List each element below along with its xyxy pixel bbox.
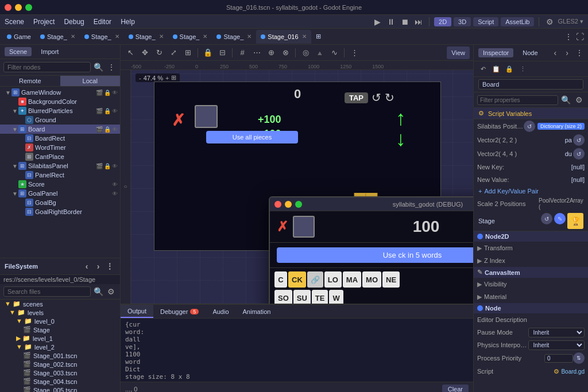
tab-close-stage4[interactable]: ✕ xyxy=(203,33,207,40)
stage-edit-icon[interactable]: ✎ xyxy=(554,213,566,224)
debug-min-btn[interactable] xyxy=(285,201,292,208)
tree-item-bgcolor[interactable]: ■ BackgroundColor xyxy=(0,97,120,106)
tree-arrow-gamewindow[interactable]: ▼ xyxy=(5,90,11,96)
scene-tab[interactable]: Scene xyxy=(5,47,32,56)
new-key-value[interactable]: [null] xyxy=(571,164,585,170)
inspector-prev[interactable]: ‹ xyxy=(552,47,559,59)
filter-properties-input[interactable] xyxy=(477,95,558,105)
tab-close-stage2[interactable]: ✕ xyxy=(115,33,119,40)
inspector-tab[interactable]: Inspector xyxy=(478,48,513,57)
filter-nodes-input[interactable] xyxy=(3,62,91,72)
menu-project[interactable]: Project xyxy=(33,18,55,26)
viewport-main[interactable]: - 47.4 % + ⊞ 0 +100 +10 xyxy=(131,70,473,304)
tile-MA[interactable]: MA xyxy=(343,271,361,288)
zoom-minus[interactable]: - xyxy=(139,75,141,81)
select-tool[interactable]: ↖ xyxy=(124,46,137,59)
settings-button[interactable]: ⚙ xyxy=(544,16,555,28)
tree-arrow-silabitas[interactable]: ▼ xyxy=(11,163,18,169)
fs-item-stage005[interactable]: 🎬 Stage_005.tscn xyxy=(0,386,120,392)
tree-item-wordtimer[interactable]: ✗ WordTimer xyxy=(0,143,120,152)
lock-btn[interactable]: 🔒 xyxy=(202,46,214,59)
tree-item-silabitas[interactable]: ▼ ⊞ SilabitasPanel 🎬🔒👁 xyxy=(0,161,120,170)
pause-button[interactable]: ⏸ xyxy=(385,16,397,28)
debug-use-btn[interactable]: Use ck in 5 words xyxy=(277,247,473,263)
tab-stage016[interactable]: Stage_016 ✕ xyxy=(256,30,311,44)
fs-item-level2[interactable]: ▼ 📁 level_2 xyxy=(0,343,120,351)
tile-CK[interactable]: CK xyxy=(288,271,306,288)
node-section[interactable]: Node xyxy=(474,303,588,313)
debug-max-btn[interactable] xyxy=(295,201,302,208)
fs-item-level1[interactable]: ▶ 📁 level_1 xyxy=(0,334,120,343)
fs-item-stage[interactable]: 🎬 Stage xyxy=(0,325,120,334)
fs-item-scenes[interactable]: ▼ 📁 scenes xyxy=(0,300,120,308)
tree-item-score[interactable]: ★ Score 👁 xyxy=(0,180,120,189)
rotate-tool[interactable]: ↻ xyxy=(153,46,165,59)
tree-item-goalright[interactable]: ⊟ GoalRightBorder xyxy=(0,207,120,216)
grid-btn[interactable]: # xyxy=(236,46,249,59)
fs-filter-btn[interactable]: ⚙ xyxy=(106,286,117,297)
tree-arrow-board[interactable]: ▼ xyxy=(11,126,18,133)
mode-3d[interactable]: 3D xyxy=(454,17,471,26)
filter-prop-btn[interactable]: 🔍 xyxy=(560,94,571,106)
insp-history[interactable]: ↶ xyxy=(477,63,489,75)
script-value[interactable]: Board.gd xyxy=(561,368,585,375)
tile-W[interactable]: W xyxy=(329,290,343,304)
node-tab[interactable]: Node xyxy=(518,48,542,57)
tree-item-goalpanel[interactable]: ▼ ⊞ GoalPanel 👁 xyxy=(0,189,120,198)
fs-item-stage004[interactable]: 🎬 Stage_004.tscn xyxy=(0,377,120,386)
fs-search-btn[interactable]: 🔍 xyxy=(93,286,104,297)
menu-debug[interactable]: Debug xyxy=(64,18,84,26)
stop-button[interactable]: ⏹ xyxy=(399,16,411,28)
pause-mode-select[interactable]: Inherit Stop Process xyxy=(528,328,585,337)
vec1-reset[interactable]: ↺ xyxy=(573,134,585,146)
snap-btn[interactable]: ⋯ xyxy=(250,46,263,59)
mode-2d[interactable]: 2D xyxy=(434,17,451,26)
nav-down-arrow[interactable]: ↓ xyxy=(396,129,406,149)
minimize-button[interactable] xyxy=(15,4,22,11)
skip-btn[interactable]: ↻ xyxy=(385,91,394,104)
ik-btn[interactable]: ∿ xyxy=(328,46,341,59)
clear-button[interactable]: Clear xyxy=(442,385,469,393)
output-tab[interactable]: Output xyxy=(121,305,153,318)
tree-item-goalbg[interactable]: ⊟ GoalBg xyxy=(0,198,120,207)
bone-btn[interactable]: ⟁ xyxy=(314,46,326,59)
reset-zoom[interactable]: ⊞ xyxy=(171,74,176,81)
pivot-btn[interactable]: ◎ xyxy=(299,46,312,59)
inspector-next[interactable]: › xyxy=(563,47,571,59)
node-name-input[interactable] xyxy=(478,79,583,90)
close-button[interactable] xyxy=(5,4,11,11)
tile-SU[interactable]: SU xyxy=(293,290,311,304)
debug-x-mark[interactable]: ✗ xyxy=(277,219,288,235)
tree-arrow-blurred[interactable]: ▼ xyxy=(11,108,18,114)
debugger-tab[interactable]: Debugger 5 xyxy=(153,305,206,318)
step-button[interactable]: ⏭ xyxy=(413,16,424,28)
import-tab[interactable]: Import xyxy=(36,47,63,56)
tab-stage3[interactable]: Stage_ ✕ xyxy=(124,30,168,44)
fs-item-stage003[interactable]: 🎬 Stage_003.tscn xyxy=(0,368,120,377)
menu-editor[interactable]: Editor xyxy=(94,18,111,26)
tile-TE[interactable]: TE xyxy=(312,290,328,304)
new-value-value[interactable]: [null] xyxy=(571,176,585,183)
transform-row[interactable]: ▶ Transform xyxy=(474,242,588,254)
add-pair-button[interactable]: + Add Key/Value Pair xyxy=(474,186,588,196)
tree-item-gamewindow[interactable]: ▼ ⊞ GameWindow 🎬🔒👁 xyxy=(0,88,120,97)
menu-help[interactable]: Help xyxy=(121,18,135,26)
tree-item-cantplace[interactable]: ⊞ CantPlace xyxy=(0,152,120,161)
tab-close-stage1[interactable]: ✕ xyxy=(71,33,75,40)
visibility-row[interactable]: ▶ Visibility xyxy=(474,278,588,290)
tab-stage2[interactable]: Stage_ ✕ xyxy=(80,30,124,44)
maximize-button[interactable] xyxy=(25,4,32,11)
vec2-reset[interactable]: ↺ xyxy=(573,148,585,160)
fs-search-input[interactable] xyxy=(3,286,91,297)
nav-up-arrow[interactable]: ↑ xyxy=(396,108,406,129)
local-tab[interactable]: Local xyxy=(60,76,121,86)
window-controls[interactable] xyxy=(5,4,32,11)
tree-item-boardrect[interactable]: ⊟ BoardRect xyxy=(0,134,120,143)
silabitas-pos-reset[interactable]: ↺ xyxy=(524,121,535,132)
scale-tool[interactable]: ⤢ xyxy=(167,46,180,59)
tab-close-stage3[interactable]: ✕ xyxy=(159,33,164,40)
tab-close-stage016[interactable]: ✕ xyxy=(302,33,307,40)
tile-NE[interactable]: NE xyxy=(382,271,400,288)
fullscreen-btn[interactable]: ⛶ xyxy=(574,31,586,42)
guide-btn[interactable]: ⊕ xyxy=(265,46,277,59)
